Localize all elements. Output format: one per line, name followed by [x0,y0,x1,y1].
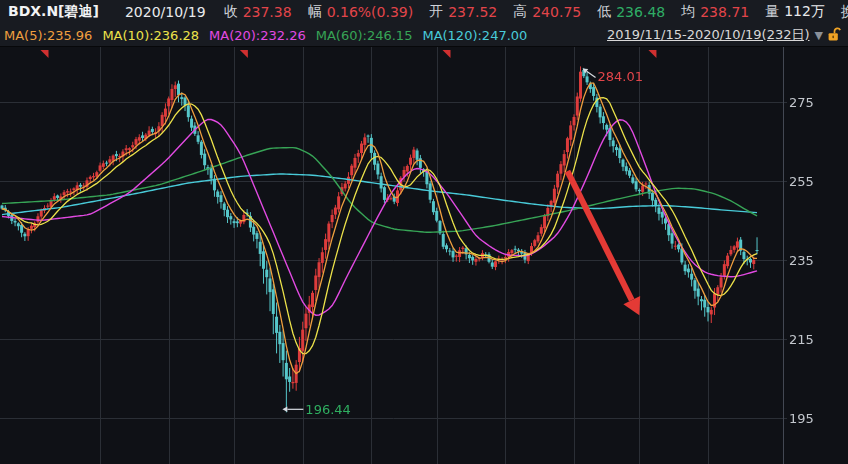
header-field-value: 237.52 [448,4,497,20]
unlock-icon[interactable] [827,27,842,42]
quote-date: 2020/10/19 [125,4,206,20]
kline-chart-canvas[interactable] [0,47,848,464]
field-close: 收237.38 [224,3,292,21]
field-turnover: 换0.39% [841,3,848,21]
ma-legend-item-2: MA(20):232.26 [209,28,306,43]
header-field-value: 237.38 [243,4,292,20]
header-field-value: 238.71 [700,4,749,20]
header-field-value: 240.75 [532,4,581,20]
quote-row: BDX.N[碧迪] 2020/10/19 收237.38 幅0.16%(0.39… [0,0,848,24]
field-open: 开237.52 [429,3,497,21]
ma-legend-item-1: MA(10):236.28 [102,28,199,43]
stock-symbol: BDX.N[碧迪] [8,3,99,21]
header-field-value: 236.48 [616,4,665,20]
ma-legend-item-4: MA(120):247.00 [422,28,527,43]
ma-legend-item-3: MA(60):246.15 [316,28,413,43]
field-volume: 量112万 [765,3,825,21]
header: BDX.N[碧迪] 2020/10/19 收237.38 幅0.16%(0.39… [0,0,848,47]
header-field-value: 112万 [784,3,825,21]
date-range-label[interactable]: 2019/11/15-2020/10/19(232日) [607,26,810,44]
field-low: 低236.48 [597,3,665,21]
field-avg: 均238.71 [681,3,749,21]
date-range-selector[interactable]: 2019/11/15-2020/10/19(232日) ▼ [607,24,842,46]
field-high: 高240.75 [513,3,581,21]
header-field-value: 0.16%(0.39) [327,4,414,20]
chevron-down-icon[interactable]: ▼ [815,29,823,42]
ma-legend-item-0: MA(5):235.96 [4,28,92,43]
ma-legend-row: MA(5):235.96 MA(10):236.28 MA(20):232.26… [0,24,848,47]
field-change: 幅0.16%(0.39) [308,3,414,21]
